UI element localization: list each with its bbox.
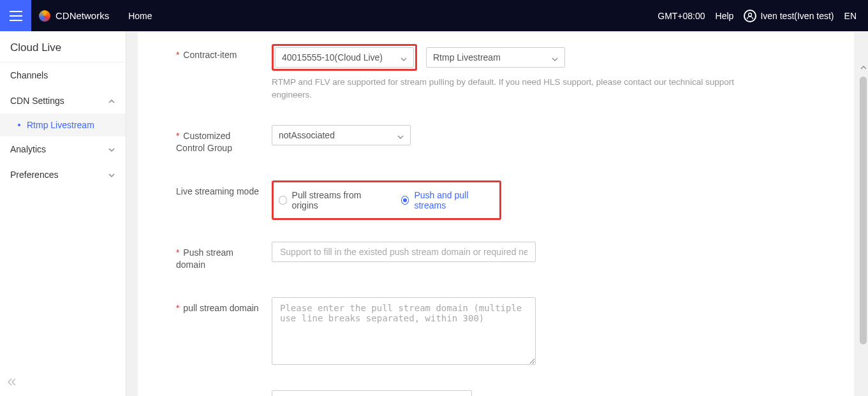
radio-label: Pull streams from origins	[292, 190, 378, 210]
highlight-mode-radios: Pull streams from origins Push and pull …	[272, 180, 501, 220]
row-release-point: * Release point	[176, 386, 854, 396]
user-name-label: Iven test(Iven test)	[760, 11, 834, 21]
label-release-point: * Release point	[176, 390, 272, 396]
contract-note: RTMP and FLV are supported for stream pu…	[272, 76, 769, 102]
scrollbar-track[interactable]	[858, 62, 868, 396]
radio-push-and-pull[interactable]: Push and pull streams	[401, 190, 492, 210]
ccg-select[interactable]: notAssociated	[272, 125, 411, 145]
radio-icon	[401, 196, 409, 205]
chevron-down-icon	[397, 132, 404, 138]
row-push-domain: * Push stream domain	[176, 238, 854, 275]
select-value: 40015555-10(Cloud Live)	[282, 52, 383, 62]
required-mark: *	[176, 247, 179, 258]
label-mode: Live streaming mode	[176, 180, 272, 198]
sidebar-subitem-label: Rtmp Livestream	[27, 120, 94, 130]
language-switch[interactable]: EN	[844, 11, 857, 21]
pull-domain-textarea[interactable]	[272, 297, 536, 365]
top-header: CDNetworks Home GMT+08:00 Help Iven test…	[0, 0, 868, 31]
select-value: notAssociated	[279, 130, 335, 140]
sidebar-item-label: CDN Settings	[10, 96, 64, 106]
main-area: * Contract-item 40015555-10(Cloud Live)	[126, 31, 868, 396]
row-mode: Live streaming mode Pull streams from or…	[176, 177, 854, 224]
label-pull-domain: * pull stream domain	[176, 297, 272, 315]
chevron-down-icon	[108, 171, 115, 179]
hamburger-icon	[9, 10, 23, 22]
chevron-up-icon	[108, 97, 115, 105]
sidebar: Cloud Live Channels CDN Settings Rtmp Li…	[0, 31, 126, 396]
nav-home[interactable]: Home	[121, 0, 159, 31]
scroll-up-icon[interactable]	[858, 62, 868, 73]
label-ccg: * Customized Control Group	[176, 125, 272, 155]
select-value: Rtmp Livestream	[433, 52, 501, 62]
sidebar-item-label: Analytics	[10, 144, 46, 154]
svg-point-3	[749, 13, 752, 16]
scrollbar-thumb[interactable]	[860, 77, 867, 344]
user-menu[interactable]: Iven test(Iven test)	[744, 10, 834, 22]
chevron-down-icon	[401, 54, 407, 61]
header-spacer	[160, 0, 658, 31]
nav-home-label: Home	[128, 11, 152, 21]
row-pull-domain: * pull stream domain	[176, 293, 854, 369]
header-right: GMT+08:00 Help Iven test(Iven test) EN	[658, 0, 868, 31]
sidebar-title: Cloud Live	[0, 31, 126, 62]
contract-item-select[interactable]: 40015555-10(Cloud Live)	[275, 47, 414, 68]
radio-label: Push and pull streams	[414, 190, 492, 210]
double-chevron-left-icon	[6, 376, 18, 389]
avatar-icon	[744, 10, 756, 22]
row-contract-item: * Contract-item 40015555-10(Cloud Live)	[176, 40, 854, 106]
sidebar-item-channels[interactable]: Channels	[0, 62, 126, 88]
form-panel: * Contract-item 40015555-10(Cloud Live)	[138, 33, 854, 396]
highlight-contract-select: 40015555-10(Cloud Live)	[272, 44, 417, 71]
label-contract-item: * Contract-item	[176, 44, 272, 62]
radio-icon	[279, 196, 287, 205]
brand-label: CDNetworks	[55, 10, 109, 21]
sidebar-item-label: Channels	[10, 70, 48, 80]
brand-logo-icon	[39, 10, 50, 22]
help-link[interactable]: Help	[716, 11, 734, 21]
brand[interactable]: CDNetworks	[31, 0, 121, 31]
push-domain-input[interactable]	[272, 242, 536, 262]
radio-pull-from-origins[interactable]: Pull streams from origins	[279, 190, 378, 210]
release-point-input[interactable]	[272, 390, 472, 396]
chevron-down-icon	[108, 145, 115, 153]
sidebar-item-preferences[interactable]: Preferences	[0, 162, 126, 187]
sidebar-collapse-button[interactable]	[0, 370, 126, 396]
required-mark: *	[176, 131, 179, 141]
required-mark: *	[176, 303, 179, 313]
chevron-down-icon	[552, 54, 558, 61]
active-dot-icon	[18, 124, 20, 126]
required-mark: *	[176, 50, 179, 60]
menu-toggle-button[interactable]	[0, 0, 31, 31]
protocol-select[interactable]: Rtmp Livestream	[426, 47, 565, 68]
sidebar-item-cdn-settings[interactable]: CDN Settings	[0, 88, 126, 114]
sidebar-item-analytics[interactable]: Analytics	[0, 136, 126, 162]
sidebar-subitem-rtmp-livestream[interactable]: Rtmp Livestream	[0, 114, 126, 136]
row-ccg: * Customized Control Group notAssociated	[176, 121, 854, 159]
timezone-label[interactable]: GMT+08:00	[658, 11, 705, 21]
label-push-domain: * Push stream domain	[176, 242, 272, 272]
sidebar-item-label: Preferences	[10, 170, 58, 180]
